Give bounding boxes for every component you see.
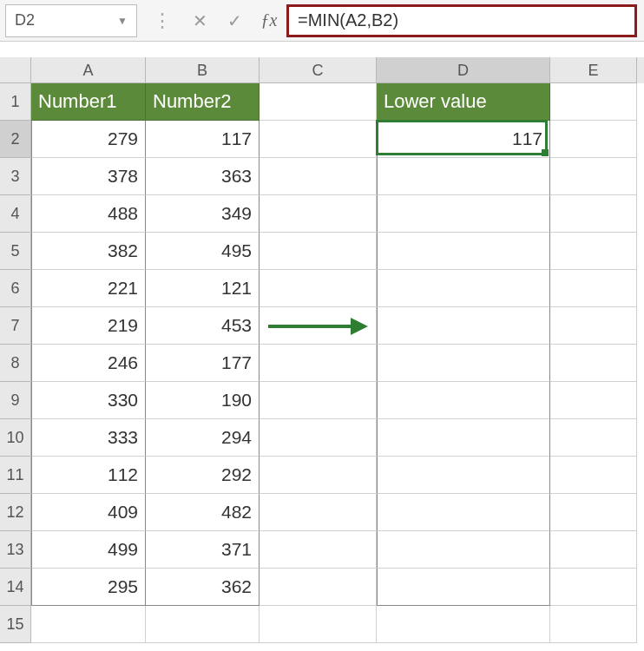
cell-C5[interactable] (260, 233, 377, 270)
cell-C2[interactable] (260, 121, 377, 158)
cell-A14[interactable]: 295 (31, 569, 146, 606)
row-header-13[interactable]: 13 (0, 531, 31, 569)
cell-D15[interactable] (377, 606, 550, 643)
cell-B10[interactable]: 294 (146, 419, 260, 457)
cell-B12[interactable]: 482 (146, 494, 260, 531)
cell-C8[interactable] (260, 345, 377, 382)
row-header-3[interactable]: 3 (0, 158, 31, 195)
cell-B14[interactable]: 362 (146, 569, 260, 606)
cell-C13[interactable] (260, 531, 377, 569)
cell-E4[interactable] (550, 195, 637, 233)
cell-C6[interactable] (260, 270, 377, 307)
select-all-corner[interactable] (0, 57, 31, 83)
cell-B13[interactable]: 371 (146, 531, 260, 569)
cell-E6[interactable] (550, 270, 637, 307)
enter-icon[interactable]: ✓ (217, 10, 252, 31)
cell-A11[interactable]: 112 (31, 457, 146, 494)
dropdown-icon[interactable]: ▼ (117, 15, 128, 27)
row-header-7[interactable]: 7 (0, 307, 31, 345)
fx-icon[interactable]: ƒx (252, 10, 286, 30)
cell-A12[interactable]: 409 (31, 494, 146, 531)
cell-B7[interactable]: 453 (146, 307, 260, 345)
cell-D2[interactable]: 117 (377, 121, 550, 158)
cell-E7[interactable] (550, 307, 637, 345)
cell-A2[interactable]: 279 (31, 121, 146, 158)
header-lower-value[interactable]: Lower value (377, 83, 550, 121)
column-header-A[interactable]: A (31, 57, 146, 83)
row-header-5[interactable]: 5 (0, 233, 31, 270)
row-header-14[interactable]: 14 (0, 569, 31, 606)
cell-C9[interactable] (260, 382, 377, 419)
row-header-12[interactable]: 12 (0, 494, 31, 531)
cancel-icon[interactable]: ✕ (182, 10, 217, 31)
cell-D11[interactable] (377, 457, 550, 494)
cell-E9[interactable] (550, 382, 637, 419)
cell-B2[interactable]: 117 (146, 121, 260, 158)
cell-B5[interactable]: 495 (146, 233, 260, 270)
cell-A15[interactable] (31, 606, 146, 643)
cell-E3[interactable] (550, 158, 637, 195)
cell-D10[interactable] (377, 419, 550, 457)
row-header-10[interactable]: 10 (0, 419, 31, 457)
column-header-C[interactable]: C (260, 57, 377, 83)
name-box[interactable]: D2 ▼ (5, 4, 137, 37)
cell-C15[interactable] (260, 606, 377, 643)
cell-B9[interactable]: 190 (146, 382, 260, 419)
cell-E10[interactable] (550, 419, 637, 457)
cell-A7[interactable]: 219 (31, 307, 146, 345)
column-header-B[interactable]: B (146, 57, 260, 83)
row-header-9[interactable]: 9 (0, 382, 31, 419)
cell-D9[interactable] (377, 382, 550, 419)
cell-E11[interactable] (550, 457, 637, 494)
header-number2[interactable]: Number2 (146, 83, 260, 121)
cell-C11[interactable] (260, 457, 377, 494)
cell-B3[interactable]: 363 (146, 158, 260, 195)
cell-D4[interactable] (377, 195, 550, 233)
header-number1[interactable]: Number1 (31, 83, 146, 121)
cell-C4[interactable] (260, 195, 377, 233)
cell-C1[interactable] (260, 83, 377, 121)
cell-D8[interactable] (377, 345, 550, 382)
cell-A5[interactable]: 382 (31, 233, 146, 270)
row-header-4[interactable]: 4 (0, 195, 31, 233)
cell-D3[interactable] (377, 158, 550, 195)
cell-A8[interactable]: 246 (31, 345, 146, 382)
cell-C10[interactable] (260, 419, 377, 457)
cell-A4[interactable]: 488 (31, 195, 146, 233)
row-header-15[interactable]: 15 (0, 606, 31, 643)
cell-E1[interactable] (550, 83, 637, 121)
cell-D5[interactable] (377, 233, 550, 270)
cell-E12[interactable] (550, 494, 637, 531)
row-header-2[interactable]: 2 (0, 121, 31, 158)
cell-A3[interactable]: 378 (31, 158, 146, 195)
cell-D13[interactable] (377, 531, 550, 569)
cell-C12[interactable] (260, 494, 377, 531)
row-header-6[interactable]: 6 (0, 270, 31, 307)
cell-E5[interactable] (550, 233, 637, 270)
cell-A9[interactable]: 330 (31, 382, 146, 419)
cell-B8[interactable]: 177 (146, 345, 260, 382)
cell-B4[interactable]: 349 (146, 195, 260, 233)
formula-input[interactable]: =MIN(A2,B2) (286, 4, 637, 37)
cell-A10[interactable]: 333 (31, 419, 146, 457)
cell-D6[interactable] (377, 270, 550, 307)
row-header-11[interactable]: 11 (0, 457, 31, 494)
cell-C3[interactable] (260, 158, 377, 195)
cell-E15[interactable] (550, 606, 637, 643)
cell-A6[interactable]: 221 (31, 270, 146, 307)
cell-D7[interactable] (377, 307, 550, 345)
cell-B11[interactable]: 292 (146, 457, 260, 494)
cell-C14[interactable] (260, 569, 377, 606)
column-header-D[interactable]: D (377, 57, 550, 83)
cell-E8[interactable] (550, 345, 637, 382)
cell-C7[interactable] (260, 307, 377, 345)
cell-D12[interactable] (377, 494, 550, 531)
cell-B15[interactable] (146, 606, 260, 643)
row-header-1[interactable]: 1 (0, 83, 31, 121)
cell-E2[interactable] (550, 121, 637, 158)
row-header-8[interactable]: 8 (0, 345, 31, 382)
cell-B6[interactable]: 121 (146, 270, 260, 307)
column-header-E[interactable]: E (550, 57, 637, 83)
cell-E14[interactable] (550, 569, 637, 606)
cell-A13[interactable]: 499 (31, 531, 146, 569)
